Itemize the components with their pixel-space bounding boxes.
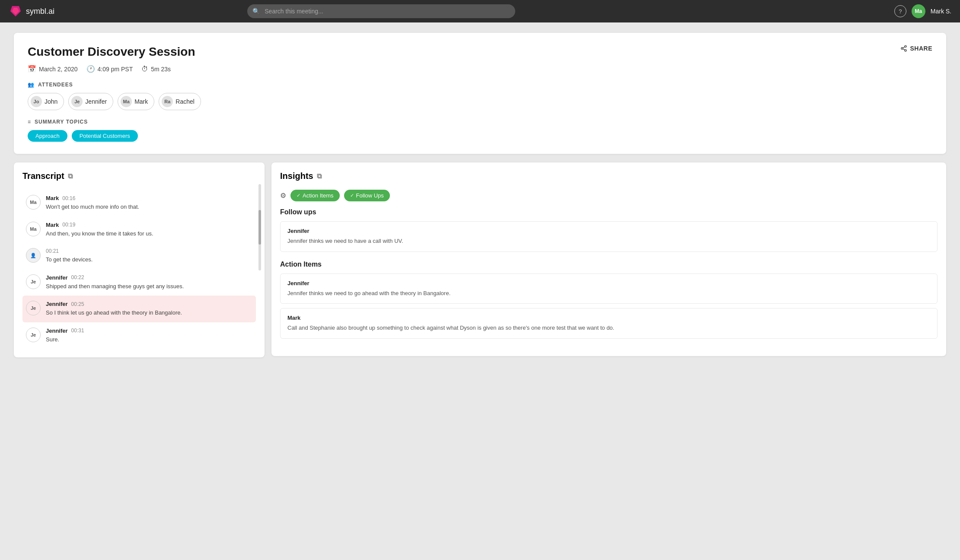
transcript-title: Transcript ⧉ — [22, 171, 256, 181]
transcript-content: 00:21 To get the devices. — [46, 248, 92, 264]
attendee-chip[interactable]: Je Jennifer — [68, 93, 113, 110]
speaker-avatar: Ma — [26, 222, 41, 236]
speaker-avatar: 👤 — [26, 248, 41, 263]
insight-text: Call and Stephanie also brought up somet… — [287, 324, 930, 332]
topics-icon: ≡ — [28, 119, 31, 125]
transcript-text: And then, you know the time it takes for… — [46, 229, 153, 238]
svg-point-2 — [905, 45, 906, 47]
main-content: Customer Discovery Session SHARE 📅 March… — [0, 22, 960, 368]
action-items-title: Action Items — [280, 261, 938, 268]
filter-icon[interactable]: ⚙ — [280, 191, 286, 200]
follow-ups-title: Follow ups — [280, 208, 938, 216]
insights-filters: ⚙ ✓ Action Items ✓ Follow Ups — [280, 190, 938, 201]
attendee-name: John — [45, 98, 57, 105]
action-items-filter-button[interactable]: ✓ Action Items — [290, 190, 340, 201]
transcript-copy-icon[interactable]: ⧉ — [68, 172, 73, 180]
transcript-item: Je Jennifer 00:22 Shipped and then manag… — [22, 269, 256, 296]
svg-point-3 — [901, 48, 903, 49]
transcript-content: Mark 00:16 Won't get too much more info … — [46, 195, 139, 211]
user-name: Mark S. — [931, 8, 951, 15]
attendee-name: Mark — [134, 98, 148, 105]
svg-line-5 — [903, 49, 905, 50]
help-icon[interactable]: ? — [894, 5, 906, 17]
speaker-time: 00:19 — [62, 222, 75, 228]
speaker-line: Jennifer 00:25 — [46, 301, 182, 307]
speaker-line: Mark 00:19 — [46, 222, 153, 228]
scroll-indicator[interactable] — [258, 184, 261, 270]
search-input[interactable] — [247, 4, 515, 18]
speaker-line: 00:21 — [46, 248, 92, 254]
attendee-avatar: Ra — [162, 96, 173, 107]
insight-person: Jennifer — [287, 228, 930, 234]
speaker-time: 00:21 — [46, 248, 59, 254]
session-duration: ⏱ 5m 23s — [141, 65, 171, 73]
transcript-item: Ma Mark 00:16 Won't get too much more in… — [22, 190, 256, 216]
svg-line-6 — [903, 47, 905, 48]
transcript-text: Sure. — [46, 335, 84, 344]
action-item-card: Jennifer Jennifer thinks we need to go a… — [280, 274, 938, 304]
search-icon: 🔍 — [252, 8, 260, 15]
search-bar: 🔍 — [247, 4, 515, 18]
user-avatar[interactable]: Ma — [912, 4, 925, 18]
speaker-line: Jennifer 00:22 — [46, 274, 184, 281]
speaker-avatar: Je — [26, 328, 41, 342]
share-button[interactable]: SHARE — [900, 45, 932, 52]
attendee-name: Rachel — [175, 98, 195, 105]
speaker-time: 00:25 — [71, 301, 84, 307]
action-items-section: Action Items Jennifer Jennifer thinks we… — [280, 261, 938, 339]
insights-copy-icon[interactable]: ⧉ — [317, 172, 322, 180]
follow-ups-check-icon: ✓ — [350, 193, 354, 198]
attendee-chip[interactable]: Ma Mark — [118, 93, 154, 110]
attendee-avatar: Ma — [121, 96, 132, 107]
transcript-item: Je Jennifer 00:31 Sure. — [22, 322, 256, 349]
speaker-time: 00:31 — [71, 328, 84, 334]
speaker-name: Mark — [46, 222, 59, 228]
speaker-line: Jennifer 00:31 — [46, 328, 84, 334]
svg-point-4 — [905, 50, 906, 51]
speaker-name: Jennifer — [46, 301, 68, 307]
share-icon — [900, 45, 907, 52]
session-time: 🕐 4:09 pm PST — [86, 65, 133, 73]
logo[interactable]: symbl.ai — [9, 4, 54, 18]
transcript-content: Jennifer 00:31 Sure. — [46, 328, 84, 344]
speaker-time: 00:22 — [71, 274, 84, 280]
action-items-check-icon: ✓ — [297, 193, 300, 198]
transcript-content: Mark 00:19 And then, you know the time i… — [46, 222, 153, 238]
topic-chip[interactable]: Approach — [28, 130, 67, 142]
attendee-chip[interactable]: Jo John — [28, 93, 64, 110]
calendar-icon: 📅 — [28, 65, 36, 73]
transcript-content: Jennifer 00:25 So I think let us go ahea… — [46, 301, 182, 317]
action-item-card: Mark Call and Stephanie also brought up … — [280, 308, 938, 339]
speaker-name: Mark — [46, 195, 59, 201]
topic-chip[interactable]: Potential Customers — [72, 130, 138, 142]
insight-text: Jennifer thinks we need to have a call w… — [287, 237, 930, 245]
transcript-text: So I think let us go ahead with the theo… — [46, 309, 182, 317]
transcript-item: 👤 00:21 To get the devices. — [22, 243, 256, 269]
speaker-avatar: Ma — [26, 195, 41, 210]
transcript-content: Jennifer 00:22 Shipped and then managing… — [46, 274, 184, 291]
attendees-section: 👥 ATTENDEES Jo John Je Jennifer Ma Mark … — [28, 82, 932, 110]
insights-title: Insights ⧉ — [280, 171, 938, 181]
follow-ups-filter-button[interactable]: ✓ Follow Ups — [344, 190, 390, 201]
insight-person: Jennifer — [287, 280, 930, 286]
scroll-thumb — [258, 210, 261, 245]
clock-icon: 🕐 — [86, 65, 95, 73]
transcript-item: Je Jennifer 00:25 So I think let us go a… — [22, 296, 256, 322]
follow-up-card: Jennifer Jennifer thinks we need to have… — [280, 221, 938, 252]
insight-person: Mark — [287, 315, 930, 321]
attendee-chip[interactable]: Ra Rachel — [159, 93, 201, 110]
attendee-name: Jennifer — [85, 98, 107, 105]
session-title: Customer Discovery Session — [28, 45, 195, 59]
attendees-list: Jo John Je Jennifer Ma Mark Ra Rachel — [28, 93, 932, 110]
topnav: symbl.ai 🔍 ? Ma Mark S. — [0, 0, 960, 22]
topics-list: ApproachPotential Customers — [28, 130, 932, 142]
follow-ups-list: Jennifer Jennifer thinks we need to have… — [280, 221, 938, 252]
session-date: 📅 March 2, 2020 — [28, 65, 78, 73]
speaker-time: 00:16 — [62, 195, 75, 201]
transcript-item: Ma Mark 00:19 And then, you know the tim… — [22, 216, 256, 243]
nav-right: ? Ma Mark S. — [894, 4, 951, 18]
insight-text: Jennifer thinks we need to go ahead with… — [287, 289, 930, 298]
transcript-list: Ma Mark 00:16 Won't get too much more in… — [22, 190, 256, 349]
speaker-name: Jennifer — [46, 274, 68, 281]
session-meta: 📅 March 2, 2020 🕐 4:09 pm PST ⏱ 5m 23s — [28, 65, 932, 73]
